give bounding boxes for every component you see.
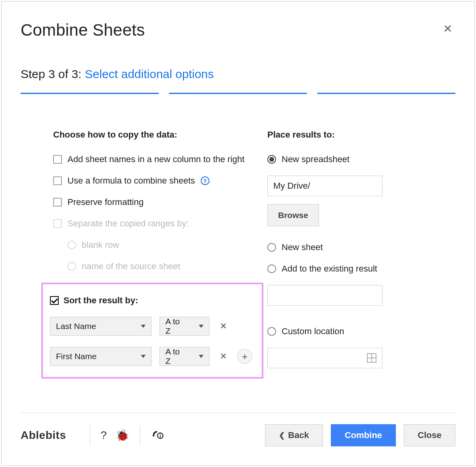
help-icon[interactable]: ? xyxy=(201,176,209,185)
chevron-down-icon xyxy=(199,325,203,328)
checkbox-add-sheet-names[interactable]: Add sheet names in a new column to the r… xyxy=(53,154,267,165)
divider xyxy=(140,425,140,445)
footer-left: Ablebits ? 🐞 xyxy=(21,425,164,445)
radio-label: name of the source sheet xyxy=(82,261,180,272)
sort-row-1: Last Name A to Z ✕ xyxy=(50,317,253,336)
button-label: Close xyxy=(418,430,441,440)
bug-icon[interactable]: 🐞 xyxy=(115,429,129,442)
progress-seg-3 xyxy=(317,93,455,94)
radio-icon xyxy=(267,243,276,252)
progress-seg-1 xyxy=(21,93,159,94)
remove-sort-row-1[interactable]: ✕ xyxy=(217,321,229,331)
checkbox-label: Use a formula to combine sheets xyxy=(67,176,195,186)
remove-sort-row-2[interactable]: ✕ xyxy=(217,351,229,362)
input-value: My Drive/ xyxy=(273,181,310,191)
step-heading: Step 3 of 3: Select additional options xyxy=(21,67,455,81)
footer-right: ❮ Back Combine Close xyxy=(265,424,455,446)
select-value: A to Z xyxy=(165,317,187,336)
progress-bar xyxy=(21,93,455,94)
select-value: First Name xyxy=(56,352,97,361)
radio-label: Add to the existing result xyxy=(282,264,377,274)
dialog-frame: Combine Sheets ✕ Step 3 of 3: Select add… xyxy=(1,1,475,466)
button-label: Back xyxy=(288,430,309,440)
chevron-down-icon xyxy=(199,355,203,358)
radio-name-source: name of the source sheet xyxy=(67,261,267,272)
checkbox-label: Separate the copied ranges by: xyxy=(67,218,189,229)
checkbox-label: Preserve formatting xyxy=(67,197,144,207)
radio-add-existing[interactable]: Add to the existing result xyxy=(267,264,455,274)
chevron-down-icon xyxy=(141,355,146,358)
main-columns: Choose how to copy the data: Add sheet n… xyxy=(21,130,455,379)
left-column: Choose how to copy the data: Add sheet n… xyxy=(53,130,267,379)
radio-label: blank row xyxy=(82,240,119,250)
back-button[interactable]: ❮ Back xyxy=(265,424,323,446)
progress-seg-2 xyxy=(169,93,307,94)
radio-label: New sheet xyxy=(282,242,323,253)
page-title: Combine Sheets xyxy=(21,21,145,40)
browse-button[interactable]: Browse xyxy=(267,204,319,226)
checkbox-sort-result[interactable]: Sort the result by: xyxy=(50,295,253,306)
existing-result-input[interactable] xyxy=(267,285,382,306)
combine-button[interactable]: Combine xyxy=(331,424,396,446)
button-label: Browse xyxy=(278,211,308,220)
right-column: Place results to: New spreadsheet My Dri… xyxy=(267,130,455,379)
svg-rect-1 xyxy=(160,434,161,435)
sort-highlight-box: Sort the result by: Last Name A to Z ✕ xyxy=(41,283,263,379)
brand-logo: Ablebits xyxy=(21,429,79,442)
checkbox-separate-ranges: Separate the copied ranges by: xyxy=(53,218,267,229)
chevron-left-icon: ❮ xyxy=(279,431,285,440)
sort-column-select-1[interactable]: Last Name xyxy=(50,317,152,336)
radio-icon xyxy=(267,327,276,336)
radio-new-spreadsheet[interactable]: New spreadsheet xyxy=(267,154,455,165)
checkbox-icon xyxy=(53,219,62,228)
right-heading: Place results to: xyxy=(267,130,455,140)
radio-custom-location[interactable]: Custom location xyxy=(267,326,455,337)
checkbox-label: Sort the result by: xyxy=(63,295,138,306)
select-value: Last Name xyxy=(56,322,96,331)
checkbox-use-formula[interactable]: Use a formula to combine sheets ? xyxy=(53,176,267,186)
chevron-down-icon xyxy=(141,325,146,328)
radio-icon xyxy=(267,155,276,164)
radio-label: New spreadsheet xyxy=(282,154,349,165)
checkbox-icon xyxy=(53,155,62,164)
close-icon[interactable]: ✕ xyxy=(440,21,455,37)
checkbox-icon xyxy=(53,198,62,207)
step-prefix: Step 3 of 3: xyxy=(21,67,85,80)
radio-new-sheet[interactable]: New sheet xyxy=(267,242,455,253)
footer: Ablebits ? 🐞 ❮ Back Combine xyxy=(21,413,455,446)
button-label: Combine xyxy=(345,430,382,440)
sort-row-2: First Name A to Z ✕ ＋ xyxy=(50,347,253,366)
divider xyxy=(90,425,90,445)
select-value: A to Z xyxy=(165,347,187,366)
checkbox-icon xyxy=(50,296,59,305)
grid-icon[interactable] xyxy=(367,353,376,363)
custom-location-input[interactable] xyxy=(267,348,382,368)
svg-rect-2 xyxy=(160,435,161,437)
close-button[interactable]: Close xyxy=(404,424,455,446)
sort-column-select-2[interactable]: First Name xyxy=(50,347,152,366)
separate-sub-options: blank row name of the source sheet xyxy=(53,240,267,272)
radio-label: Custom location xyxy=(282,326,344,337)
radio-icon xyxy=(267,264,276,273)
radio-icon xyxy=(67,262,76,271)
radio-blank-row: blank row xyxy=(67,240,267,250)
title-row: Combine Sheets ✕ xyxy=(21,21,455,67)
sort-order-select-1[interactable]: A to Z xyxy=(159,317,209,336)
add-sort-row-button[interactable]: ＋ xyxy=(237,349,252,364)
sort-order-select-2[interactable]: A to Z xyxy=(159,347,209,366)
spacer xyxy=(267,314,455,326)
help-icon[interactable]: ? xyxy=(100,429,107,442)
checkbox-label: Add sheet names in a new column to the r… xyxy=(67,154,244,165)
step-link[interactable]: Select additional options xyxy=(85,67,214,80)
path-input[interactable]: My Drive/ xyxy=(267,176,382,196)
info-icon[interactable] xyxy=(150,429,164,442)
checkbox-icon xyxy=(53,176,62,185)
radio-icon xyxy=(67,241,76,249)
left-heading: Choose how to copy the data: xyxy=(53,130,267,140)
checkbox-preserve-formatting[interactable]: Preserve formatting xyxy=(53,197,267,207)
